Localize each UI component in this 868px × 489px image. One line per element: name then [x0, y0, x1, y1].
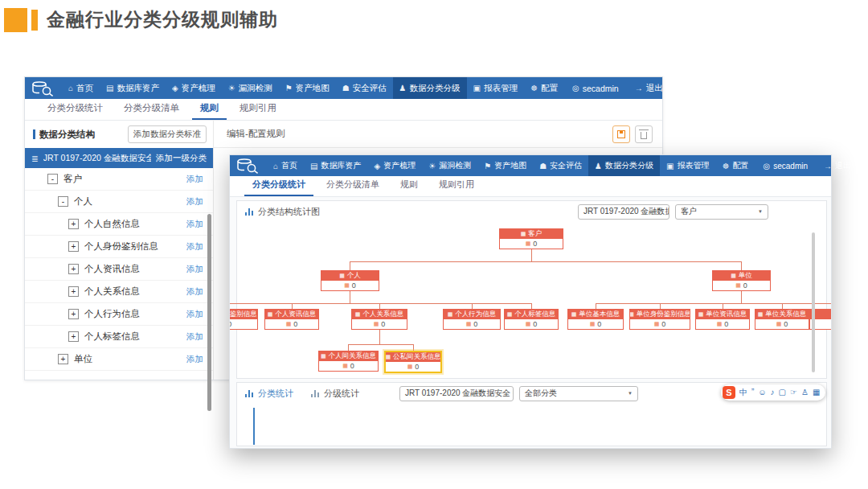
- voice-icon[interactable]: ♪: [771, 388, 775, 397]
- nav-item[interactable]: ⌂首页: [62, 77, 100, 99]
- classification-stats-tab[interactable]: 分类统计: [245, 388, 293, 400]
- org-node[interactable]: ▦个人资讯信息▦0: [264, 309, 319, 330]
- nav-item[interactable]: ⚑资产地图: [279, 77, 336, 99]
- org-node[interactable]: ▦个人关系信息▦0: [351, 309, 407, 330]
- tab-active[interactable]: 分类分级统计: [244, 179, 313, 196]
- nav-item[interactable]: ◈资产梳理: [166, 77, 222, 99]
- tab-item[interactable]: 规则: [392, 179, 426, 196]
- nav-item[interactable]: ▣报表管理: [467, 77, 524, 99]
- expand-toggle[interactable]: +: [68, 241, 79, 252]
- sidebar-scrollbar[interactable]: [207, 214, 211, 411]
- tree-row[interactable]: -个人添加: [25, 191, 213, 213]
- org-node[interactable]: ▦单位▦0: [712, 270, 771, 291]
- expand-toggle[interactable]: +: [68, 286, 79, 297]
- soft-keyboard-icon[interactable]: ▢: [779, 388, 786, 397]
- count-icon: ▦: [407, 364, 413, 370]
- nav-item[interactable]: ♟数据分类分级: [393, 77, 467, 99]
- tree-row[interactable]: +个人自然信息添加: [25, 213, 213, 236]
- node-icon: ▦: [731, 273, 736, 279]
- expand-toggle[interactable]: -: [58, 196, 68, 207]
- add-subcategory-link[interactable]: 添加: [186, 174, 203, 185]
- tab-item[interactable]: 规则引用: [431, 179, 482, 196]
- nav-item[interactable]: ⌂首页: [267, 155, 304, 176]
- expand-toggle[interactable]: +: [68, 331, 79, 342]
- trash-icon[interactable]: [635, 125, 653, 143]
- nav-item[interactable]: ☗安全评估: [336, 77, 393, 99]
- tree-row[interactable]: +单位添加: [25, 348, 213, 371]
- tree-row[interactable]: +个人标签信息添加: [25, 326, 213, 348]
- nav-item[interactable]: ▤数据库资产: [304, 155, 367, 176]
- tree-row[interactable]: -客户添加: [25, 168, 213, 191]
- org-node-header: ▦个人标签信息: [505, 310, 558, 319]
- tab-item[interactable]: 分类分级统计: [39, 102, 111, 120]
- nav-item[interactable]: ♟数据分类分级: [588, 155, 660, 176]
- skin-icon[interactable]: ♙: [801, 388, 809, 397]
- add-subcategory-link[interactable]: 添加: [186, 286, 203, 298]
- add-subcategory-link[interactable]: 添加: [186, 331, 203, 343]
- org-node[interactable]: ▦个人▦0: [321, 270, 379, 291]
- org-node[interactable]: ▦单位身份鉴别信息▦0: [629, 309, 690, 330]
- add-subcategory-link[interactable]: 添加: [186, 264, 203, 275]
- tree-row[interactable]: +个人关系信息添加: [25, 281, 213, 303]
- tab-item[interactable]: 规则引用: [231, 102, 285, 120]
- grading-stats-tab[interactable]: 分级统计: [311, 388, 359, 400]
- add-subcategory-link[interactable]: 添加: [186, 196, 203, 208]
- sogou-logo[interactable]: S: [723, 386, 735, 399]
- add-level1-link[interactable]: 添加一级分类: [156, 153, 207, 164]
- category-select[interactable]: 客户▼: [675, 204, 768, 220]
- org-node[interactable]: ▦个人行为信息▦0: [443, 309, 501, 330]
- save-icon[interactable]: [612, 125, 630, 143]
- org-node[interactable]: ▦单位基本信息▦0: [567, 309, 624, 330]
- expand-toggle[interactable]: +: [58, 354, 68, 364]
- tab-active[interactable]: 规则: [192, 102, 227, 120]
- app-logo[interactable]: [230, 155, 267, 176]
- standard-row[interactable]: ≣ JRT 0197-2020 金融数据安全... 添加一级分类: [25, 148, 213, 168]
- add-subcategory-link[interactable]: 添加: [186, 219, 203, 230]
- nav-item[interactable]: ☗安全评估: [533, 155, 588, 176]
- org-node[interactable]: ▦公私间关系信息▦0: [384, 351, 442, 373]
- emoji-icon[interactable]: ☺: [758, 388, 766, 397]
- security-assess-icon: ☗: [539, 162, 547, 171]
- add-subcategory-link[interactable]: 添加: [186, 309, 203, 320]
- logout-button[interactable]: →退出: [627, 77, 671, 99]
- tab-item[interactable]: 分类分级清单: [318, 179, 387, 196]
- grading-standard-select[interactable]: JRT 0197-2020 金融数据安全 数据安全分级▼: [399, 386, 514, 401]
- nav-item[interactable]: ⚑资产地图: [477, 155, 533, 176]
- org-node[interactable]: ▦单位关系信息▦0: [755, 309, 809, 330]
- chinese-mode-icon[interactable]: 中: [739, 388, 747, 397]
- expand-toggle[interactable]: -: [47, 174, 58, 184]
- handwriting-icon[interactable]: ☞: [790, 388, 797, 397]
- punctuation-icon[interactable]: ”: [751, 388, 754, 397]
- org-node[interactable]: ▦个人身份鉴别信息▦0: [230, 309, 258, 330]
- toolbox-icon[interactable]: ▦: [813, 388, 820, 397]
- logout-button[interactable]: →退出: [816, 155, 859, 176]
- nav-item[interactable]: ☸配置: [524, 77, 564, 99]
- user-menu[interactable]: ◎secadmin: [564, 77, 627, 99]
- org-node-label: 个人间关系信息: [329, 351, 377, 361]
- app-logo[interactable]: [25, 77, 62, 99]
- add-standard-button[interactable]: 添加数据分类标准: [128, 125, 207, 143]
- chart-scrollbar[interactable]: [812, 232, 815, 372]
- nav-item[interactable]: ▤数据库资产: [100, 77, 166, 99]
- expand-toggle[interactable]: +: [68, 219, 79, 229]
- user-menu[interactable]: ◎secadmin: [755, 155, 817, 176]
- nav-item[interactable]: ◈资产梳理: [368, 155, 423, 176]
- standard-select[interactable]: JRT 0197-2020 金融数据安全 数据▼: [578, 204, 669, 220]
- nav-item[interactable]: ☀漏洞检测: [222, 77, 279, 99]
- nav-item[interactable]: ☀漏洞检测: [422, 155, 477, 176]
- nav-item[interactable]: ☸配置: [716, 155, 755, 176]
- org-node[interactable]: ▦个人标签信息▦0: [504, 309, 559, 330]
- nav-item[interactable]: ▣报表管理: [660, 155, 715, 176]
- tab-item[interactable]: 分类分级清单: [116, 102, 187, 120]
- tree-row[interactable]: +个人行为信息添加: [25, 303, 213, 326]
- expand-toggle[interactable]: +: [68, 264, 79, 274]
- tree-row[interactable]: +个人身份鉴别信息添加: [25, 236, 213, 258]
- expand-toggle[interactable]: +: [68, 309, 79, 319]
- add-subcategory-link[interactable]: 添加: [186, 241, 203, 253]
- category-scope-select[interactable]: 全部分类▼: [519, 386, 638, 401]
- tree-row[interactable]: +个人资讯信息添加: [25, 258, 213, 281]
- add-subcategory-link[interactable]: 添加: [186, 354, 203, 365]
- org-node[interactable]: ▦个人间关系信息▦0: [318, 351, 379, 372]
- org-node[interactable]: ▦单位资讯信息▦0: [695, 309, 750, 330]
- org-node[interactable]: ▦客户▦0: [499, 228, 563, 249]
